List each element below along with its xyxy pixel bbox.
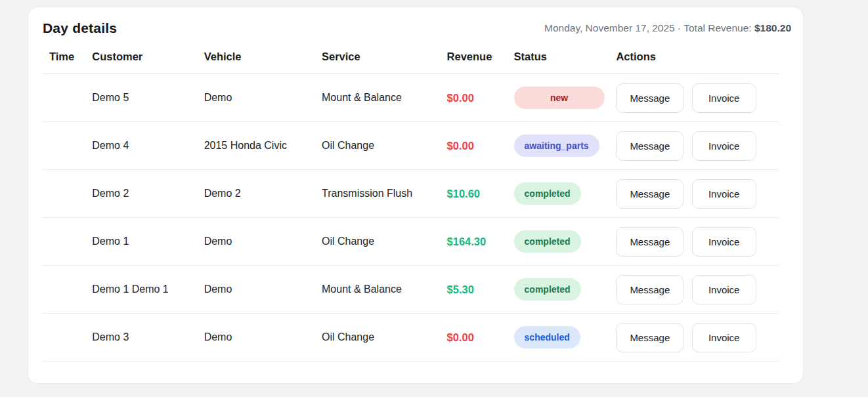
cell-customer: Demo 3 (87, 314, 198, 362)
cell-vehicle: Demo (199, 218, 316, 266)
status-badge: completed (514, 278, 581, 301)
cell-customer: Demo 4 (87, 122, 198, 170)
cell-customer: Demo 5 (87, 74, 198, 122)
total-revenue-label: Total Revenue: (684, 22, 751, 33)
cell-time (43, 122, 87, 170)
message-button[interactable]: Message (616, 227, 684, 257)
appointments-table: Time Customer Vehicle Service Revenue St… (43, 48, 779, 362)
cell-vehicle: Demo 2 (199, 170, 316, 218)
table-row: Demo 1 Demo 1 Demo Mount & Balance $5.30… (43, 266, 779, 314)
status-badge: completed (514, 230, 581, 253)
date-label: Monday, November 17, 2025 (544, 22, 675, 33)
message-button[interactable]: Message (616, 275, 684, 304)
cell-customer: Demo 1 (87, 218, 198, 266)
cell-service: Mount & Balance (316, 74, 442, 122)
cell-revenue: $5.30 (447, 283, 474, 295)
status-badge: scheduled (514, 326, 580, 348)
column-header-revenue: Revenue (442, 48, 509, 74)
column-header-customer: Customer (87, 48, 198, 74)
cell-vehicle: Demo (199, 314, 316, 362)
cell-revenue: $164.30 (447, 236, 487, 247)
page-title: Day details (43, 20, 117, 36)
cell-service: Oil Change (316, 314, 442, 362)
cell-revenue: $0.00 (447, 331, 474, 343)
cell-time (43, 218, 87, 266)
column-header-vehicle: Vehicle (199, 48, 316, 74)
cell-revenue: $0.00 (447, 92, 474, 104)
cell-service: Oil Change (316, 122, 442, 170)
table-row: Demo 3 Demo Oil Change $0.00 scheduled M… (43, 314, 779, 362)
status-badge: awaiting_parts (514, 135, 599, 157)
cell-time (43, 314, 87, 362)
date-revenue-summary: Monday, November 17, 2025 · Total Revenu… (544, 22, 791, 34)
invoice-button[interactable]: Invoice (692, 83, 756, 113)
day-details-card: Day details Monday, November 17, 2025 · … (28, 7, 804, 384)
cell-time (43, 170, 87, 218)
invoice-button[interactable]: Invoice (692, 131, 756, 161)
column-header-service: Service (316, 48, 442, 74)
status-badge: completed (514, 182, 581, 205)
table-row: Demo 2 Demo 2 Transmission Flush $10.60 … (43, 170, 779, 218)
cell-service: Oil Change (316, 218, 442, 266)
cell-time (43, 266, 87, 314)
column-header-status: Status (509, 48, 611, 74)
cell-revenue: $10.60 (447, 188, 480, 199)
status-badge: new (514, 87, 605, 109)
table-row: Demo 5 Demo Mount & Balance $0.00 new Me… (43, 74, 779, 122)
message-button[interactable]: Message (616, 131, 684, 161)
invoice-button[interactable]: Invoice (692, 227, 756, 257)
column-header-actions: Actions (611, 48, 779, 74)
appointments-tbody: Demo 5 Demo Mount & Balance $0.00 new Me… (43, 74, 779, 362)
invoice-button[interactable]: Invoice (692, 275, 756, 304)
table-row: Demo 4 2015 Honda Civic Oil Change $0.00… (43, 122, 779, 170)
message-button[interactable]: Message (616, 323, 684, 352)
invoice-button[interactable]: Invoice (692, 323, 756, 352)
table-header-row: Time Customer Vehicle Service Revenue St… (43, 48, 779, 74)
cell-vehicle: 2015 Honda Civic (199, 122, 316, 170)
card-header: Day details Monday, November 17, 2025 · … (43, 20, 791, 48)
cell-customer: Demo 1 Demo 1 (87, 266, 198, 314)
cell-service: Transmission Flush (316, 170, 442, 218)
total-revenue-value: $180.20 (754, 22, 791, 33)
cell-service: Mount & Balance (316, 266, 442, 314)
cell-revenue: $0.00 (447, 140, 474, 152)
separator-dot: · (678, 22, 681, 33)
cell-vehicle: Demo (199, 266, 316, 314)
cell-time (43, 74, 87, 122)
invoice-button[interactable]: Invoice (692, 179, 756, 209)
message-button[interactable]: Message (616, 83, 684, 113)
cell-customer: Demo 2 (87, 170, 198, 218)
table-row: Demo 1 Demo Oil Change $164.30 completed… (43, 218, 779, 266)
message-button[interactable]: Message (616, 179, 684, 209)
column-header-time: Time (43, 48, 87, 74)
cell-vehicle: Demo (199, 74, 316, 122)
